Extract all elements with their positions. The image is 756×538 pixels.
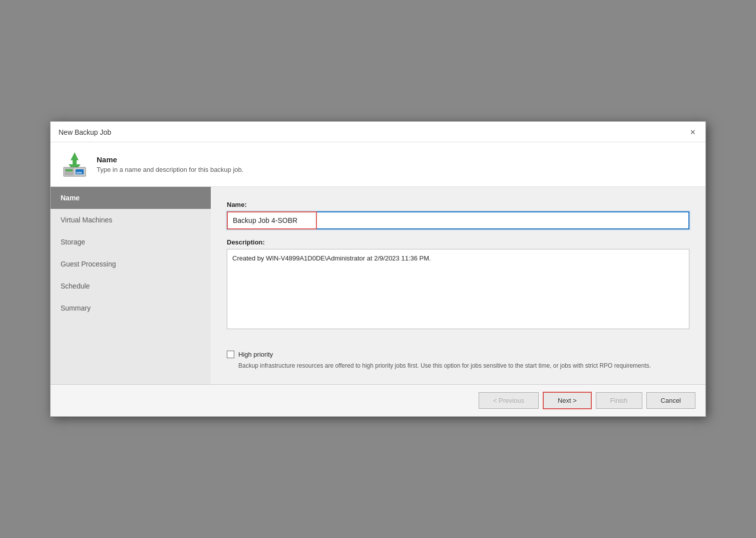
vm-icon: vm	[61, 150, 89, 178]
name-input-wrapper	[227, 211, 689, 229]
previous-button[interactable]: < Previous	[479, 392, 539, 409]
cancel-button[interactable]: Cancel	[646, 392, 695, 409]
header-title: Name	[97, 155, 243, 164]
sidebar-item-summary[interactable]: Summary	[51, 297, 211, 319]
sidebar: Name Virtual Machines Storage Guest Proc…	[51, 187, 211, 384]
finish-button[interactable]: Finish	[596, 392, 642, 409]
high-priority-checkbox[interactable]	[227, 351, 234, 358]
header-section: vm Name Type in a name and description f…	[51, 142, 705, 187]
header-text: Name Type in a name and description for …	[97, 155, 243, 173]
sidebar-item-schedule[interactable]: Schedule	[51, 275, 211, 297]
name-input[interactable]	[227, 211, 689, 229]
main-body: Name Virtual Machines Storage Guest Proc…	[51, 187, 705, 384]
svg-text:vm: vm	[76, 170, 82, 175]
next-button[interactable]: Next >	[543, 392, 592, 409]
sidebar-item-storage[interactable]: Storage	[51, 231, 211, 253]
close-button[interactable]: ×	[688, 127, 697, 138]
sidebar-item-guest-processing[interactable]: Guest Processing	[51, 253, 211, 275]
footer: < Previous Next > Finish Cancel	[51, 384, 705, 416]
header-subtitle: Type in a name and description for this …	[97, 166, 243, 173]
high-priority-section: High priority Backup infrastructure reso…	[227, 351, 689, 370]
svg-rect-4	[66, 169, 73, 171]
content-area: Name: Description: High priority Backup …	[211, 187, 705, 384]
high-priority-description: Backup infrastructure resources are offe…	[238, 361, 689, 370]
dialog-title: New Backup Job	[59, 128, 111, 136]
high-priority-label: High priority	[238, 351, 273, 358]
title-bar: New Backup Job ×	[51, 122, 705, 142]
high-priority-row: High priority	[227, 351, 689, 358]
sidebar-item-virtual-machines[interactable]: Virtual Machines	[51, 209, 211, 231]
new-backup-job-dialog: New Backup Job × vm Name Type in a name …	[50, 121, 706, 417]
description-textarea[interactable]	[227, 249, 689, 329]
name-label: Name:	[227, 201, 689, 208]
description-label: Description:	[227, 238, 689, 246]
sidebar-item-name[interactable]: Name	[51, 187, 211, 209]
title-bar-left: New Backup Job	[59, 128, 111, 136]
